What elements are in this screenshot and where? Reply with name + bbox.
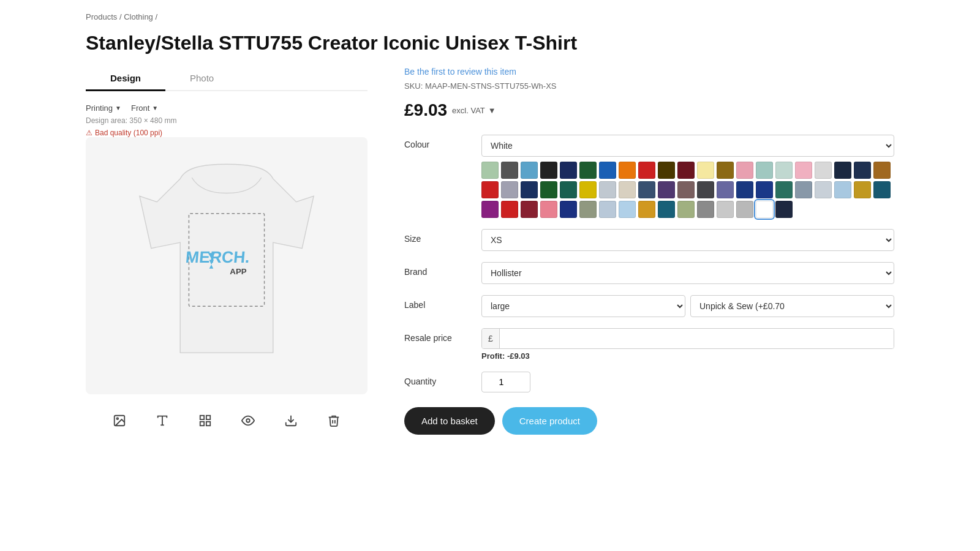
color-swatch[interactable] (756, 162, 773, 179)
price-row: £9.03 excl. VAT ▼ (404, 100, 894, 120)
color-swatch[interactable] (736, 201, 753, 218)
quantity-label: Quantity (404, 372, 472, 386)
color-swatch[interactable] (619, 181, 636, 198)
color-swatch[interactable] (736, 181, 753, 198)
color-swatch[interactable] (521, 181, 538, 198)
color-swatch[interactable] (658, 162, 675, 179)
color-swatch[interactable] (854, 162, 871, 179)
color-swatch[interactable] (599, 201, 616, 218)
color-swatch[interactable] (501, 162, 518, 179)
label-control: small medium large Unpick & Sew (+£0.70 … (481, 295, 894, 317)
printing-button[interactable]: Printing ▼ (86, 103, 121, 113)
color-swatch[interactable] (638, 201, 655, 218)
tshirt-preview[interactable]: MERCH. APP (86, 137, 368, 394)
color-swatch[interactable] (560, 181, 577, 198)
svg-rect-10 (200, 422, 204, 425)
printing-bar: Printing ▼ Front ▼ (86, 103, 368, 113)
label-label: Label (404, 295, 472, 310)
color-swatch[interactable] (540, 162, 557, 179)
quantity-input[interactable] (481, 372, 530, 392)
color-swatch[interactable] (481, 201, 499, 218)
resale-price-input[interactable] (500, 329, 894, 348)
color-swatch[interactable] (481, 181, 499, 198)
color-swatch[interactable] (873, 162, 891, 179)
colour-select[interactable]: White (481, 135, 894, 157)
color-swatch[interactable] (795, 181, 812, 198)
svg-point-5 (116, 418, 118, 420)
brand-select[interactable]: Hollister Gildan Bella+Canvas (481, 262, 894, 284)
color-swatch[interactable] (815, 181, 832, 198)
color-swatch[interactable] (697, 181, 714, 198)
size-select[interactable]: XS S M L XL XXL (481, 229, 894, 251)
color-swatch[interactable] (815, 162, 832, 179)
color-swatch[interactable] (579, 162, 597, 179)
left-panel: Design Photo Printing ▼ Front ▼ Design a… (86, 67, 368, 440)
color-swatch[interactable] (756, 201, 773, 218)
label-size-select[interactable]: small medium large (481, 295, 685, 317)
add-to-basket-button[interactable]: Add to basket (404, 407, 495, 435)
color-swatch[interactable] (501, 201, 518, 218)
product-price: £9.03 (404, 100, 447, 120)
color-swatch[interactable] (560, 162, 577, 179)
color-swatch[interactable] (619, 162, 636, 179)
add-image-button[interactable] (108, 411, 131, 433)
breadcrumb-products[interactable]: Products (86, 12, 117, 21)
color-swatch[interactable] (775, 181, 793, 198)
color-swatch[interactable] (560, 201, 577, 218)
color-swatch[interactable] (540, 201, 557, 218)
download-button[interactable] (279, 411, 303, 433)
color-swatch[interactable] (717, 201, 734, 218)
color-swatch[interactable] (677, 162, 695, 179)
size-control: XS S M L XL XXL (481, 229, 894, 251)
tab-design[interactable]: Design (86, 67, 165, 91)
tab-photo[interactable]: Photo (165, 67, 238, 91)
color-swatch[interactable] (540, 181, 557, 198)
design-area-text: Design area: 350 × 480 mm (86, 116, 368, 125)
color-swatch[interactable] (599, 181, 616, 198)
delete-button[interactable] (322, 411, 345, 433)
color-swatch[interactable] (599, 162, 616, 179)
color-swatch[interactable] (775, 162, 793, 179)
color-swatch[interactable] (717, 162, 734, 179)
breadcrumb-clothing[interactable]: Clothing (124, 12, 153, 21)
add-text-button[interactable] (151, 411, 174, 433)
resale-input-group: £ (481, 328, 894, 349)
preview-button[interactable] (236, 411, 260, 433)
color-swatch[interactable] (775, 201, 793, 218)
color-swatch[interactable] (834, 162, 851, 179)
color-swatch[interactable] (579, 181, 597, 198)
color-swatch[interactable] (521, 162, 538, 179)
color-swatch[interactable] (619, 201, 636, 218)
front-button[interactable]: Front ▼ (131, 103, 158, 113)
color-swatch[interactable] (658, 201, 675, 218)
create-product-button[interactable]: Create product (502, 407, 597, 435)
color-swatch[interactable] (638, 181, 655, 198)
color-swatch[interactable] (717, 181, 734, 198)
color-swatch[interactable] (677, 181, 695, 198)
profit-text: Profit: -£9.03 (481, 351, 894, 361)
color-swatch[interactable] (834, 181, 851, 198)
quantity-row: Quantity (404, 372, 894, 392)
color-swatch[interactable] (677, 201, 695, 218)
color-swatch[interactable] (854, 181, 871, 198)
colour-label: Colour (404, 135, 472, 149)
color-swatch[interactable] (697, 201, 714, 218)
quantity-control (481, 372, 894, 392)
printing-arrow-icon: ▼ (115, 105, 121, 111)
add-grid-button[interactable] (194, 411, 217, 433)
vat-arrow-icon[interactable]: ▼ (488, 106, 496, 115)
color-swatch[interactable] (638, 162, 655, 179)
color-swatch[interactable] (697, 162, 714, 179)
color-swatch[interactable] (795, 162, 812, 179)
color-swatch[interactable] (873, 181, 891, 198)
review-link[interactable]: Be the first to review this item (404, 67, 894, 77)
color-swatch[interactable] (658, 181, 675, 198)
color-swatch[interactable] (736, 162, 753, 179)
color-swatch[interactable] (501, 181, 518, 198)
color-swatch[interactable] (481, 162, 499, 179)
color-swatch[interactable] (756, 181, 773, 198)
front-arrow-icon: ▼ (152, 105, 158, 111)
color-swatch[interactable] (579, 201, 597, 218)
label-type-select[interactable]: Unpick & Sew (+£0.70 Heat Transfer None (690, 295, 894, 317)
color-swatch[interactable] (521, 201, 538, 218)
